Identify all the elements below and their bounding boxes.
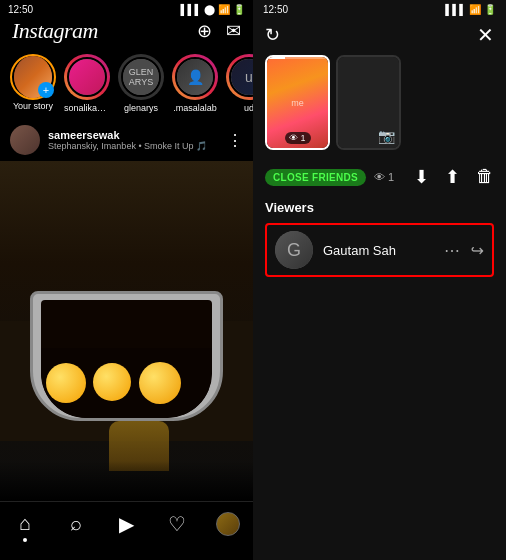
your-story-label: Your story xyxy=(13,101,53,111)
add-post-icon[interactable]: ⊕ xyxy=(197,20,212,42)
reels-icon: ▶ xyxy=(119,512,134,536)
story-label-masalalab: .masalalab xyxy=(173,103,217,113)
story-progress xyxy=(267,57,328,59)
right-panel: 12:50 ▌▌▌ 📶 🔋 ↻ ✕ me 👁 1 📷 CLOSE xyxy=(253,0,506,560)
story-item-ud[interactable]: u ud xyxy=(226,54,253,113)
left-status-bar: 12:50 ▌▌▌ ⬤ 📶 🔋 xyxy=(0,0,253,19)
story-progress-fill xyxy=(267,57,285,59)
share-icon[interactable]: ⬆ xyxy=(445,166,460,188)
nav-home[interactable]: ⌂ xyxy=(5,504,45,544)
story-item-your-story[interactable]: + Your story xyxy=(10,54,56,113)
nav-reels[interactable]: ▶ xyxy=(106,504,146,544)
delete-icon[interactable]: 🗑 xyxy=(476,166,494,188)
post-image xyxy=(0,161,253,501)
viewer-row[interactable]: G Gautam Sah ⋯ ↩ xyxy=(265,223,494,277)
story-avatar-glenarys: GLENARYS xyxy=(121,57,161,97)
story-ring-ud: u xyxy=(226,54,253,100)
viewer-name: Gautam Sah xyxy=(323,243,434,258)
left-time: 12:50 xyxy=(8,4,33,15)
viewer-count-badge: 👁 1 xyxy=(284,132,310,144)
home-icon: ⌂ xyxy=(19,512,31,535)
download-icon[interactable]: ⬇ xyxy=(414,166,429,188)
post-username: sameersewak xyxy=(48,129,219,141)
nav-likes[interactable]: ♡ xyxy=(157,504,197,544)
viewers-title: Viewers xyxy=(265,200,494,215)
nav-profile[interactable] xyxy=(208,504,248,544)
left-panel: 12:50 ▌▌▌ ⬤ 📶 🔋 Instagram ⊕ ✉ + Your sto… xyxy=(0,0,253,560)
right-signal-icons: ▌▌▌ 📶 🔋 xyxy=(445,4,496,15)
story-label-ud: ud xyxy=(244,103,253,113)
close-friends-badge[interactable]: CLOSE FRIENDS xyxy=(265,169,366,186)
story-label-sonalikapuri: sonalikapuri xyxy=(64,103,110,113)
eye-icon-small: 👁 xyxy=(374,171,385,183)
refresh-icon[interactable]: ↻ xyxy=(265,24,280,46)
post-avatar xyxy=(10,125,40,155)
heart-icon: ♡ xyxy=(168,512,186,536)
story-ring-masalalab: 👤 xyxy=(172,54,218,100)
story-avatar-ud: u xyxy=(229,57,253,97)
viewers-section: Viewers G Gautam Sah ⋯ ↩ xyxy=(253,194,506,281)
left-signal-icons: ▌▌▌ ⬤ 📶 🔋 xyxy=(180,4,245,15)
story-item-sonalikapuri[interactable]: sonalikapuri xyxy=(64,54,110,113)
reply-icon[interactable]: ↩ xyxy=(471,241,484,260)
story-action-icons: ⬇ ⬆ 🗑 xyxy=(414,166,494,188)
post-header: sameersewak Stephanskiy, Imanbek • Smoke… xyxy=(0,119,253,161)
messenger-icon[interactable]: ✉ xyxy=(226,20,241,42)
story-avatar-sonalikapuri xyxy=(67,57,107,97)
right-top-bar: ↻ ✕ xyxy=(253,19,506,55)
story-ring-sonalikapuri xyxy=(64,54,110,100)
header-icons: ⊕ ✉ xyxy=(197,20,241,42)
eye-icon: 👁 xyxy=(289,133,298,143)
nav-search[interactable]: ⌕ xyxy=(56,504,96,544)
story-thumb-active[interactable]: me 👁 1 xyxy=(265,55,330,150)
post-more-button[interactable]: ⋮ xyxy=(227,131,243,150)
post-info: sameersewak Stephanskiy, Imanbek • Smoke… xyxy=(48,129,219,151)
view-number: 1 xyxy=(388,171,394,183)
story-actions-bar: CLOSE FRIENDS 👁 1 ⬇ ⬆ 🗑 xyxy=(253,160,506,194)
close-icon[interactable]: ✕ xyxy=(477,23,494,47)
search-icon: ⌕ xyxy=(70,512,82,535)
story-ring-glenarys: GLENARYS xyxy=(118,54,164,100)
post-meta: Stephanskiy, Imanbek • Smoke It Up 🎵 xyxy=(48,141,219,151)
profile-avatar-icon xyxy=(216,512,240,536)
bottom-nav: ⌂ ⌕ ▶ ♡ xyxy=(0,501,253,545)
viewer-count-display: 👁 1 xyxy=(374,171,394,183)
story-item-masalalab[interactable]: 👤 .masalalab xyxy=(172,54,218,113)
story-item-glenarys[interactable]: GLENARYS glenarys xyxy=(118,54,164,113)
stories-row: + Your story sonalikapuri GLENARYS glena… xyxy=(0,48,253,119)
story-thumb-dark[interactable]: 📷 xyxy=(336,55,401,150)
right-time: 12:50 xyxy=(263,4,288,15)
badge-count: 1 xyxy=(300,133,305,143)
more-options-icon[interactable]: ⋯ xyxy=(444,241,461,260)
story-label-glenarys: glenarys xyxy=(124,103,158,113)
camera-icon: 📷 xyxy=(378,128,395,144)
viewer-avatar: G xyxy=(275,231,313,269)
story-avatar-masalalab: 👤 xyxy=(175,57,215,97)
viewer-action-icons: ⋯ ↩ xyxy=(444,241,484,260)
right-status-bar: 12:50 ▌▌▌ 📶 🔋 xyxy=(253,0,506,19)
instagram-logo: Instagram xyxy=(12,18,98,44)
add-story-button[interactable]: + xyxy=(38,82,54,98)
story-preview-row: me 👁 1 📷 xyxy=(253,55,506,160)
